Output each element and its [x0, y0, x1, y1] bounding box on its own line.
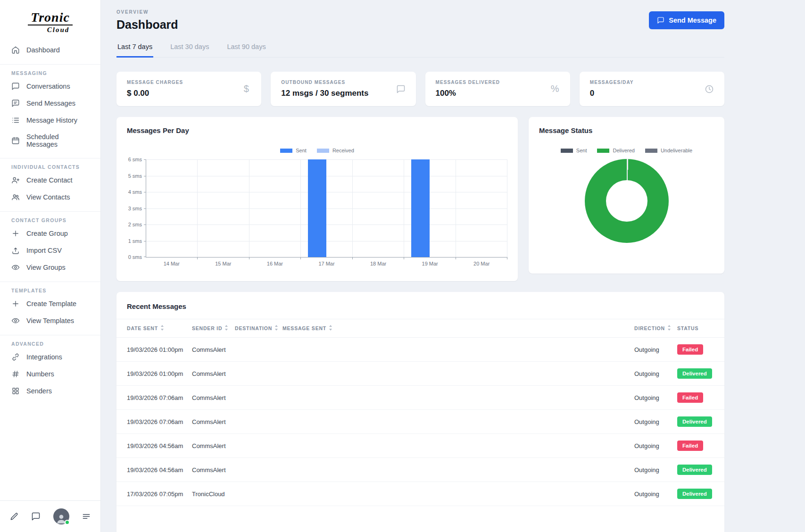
list-icon [11, 116, 20, 125]
sidebar-item-view-templates[interactable]: View Templates [0, 312, 100, 329]
x-tick-label: 15 Mar [215, 261, 231, 266]
date-range-tabs: Last 7 daysLast 30 daysLast 90 days [116, 43, 724, 58]
clock-icon [705, 84, 714, 94]
tab-last-30-days[interactable]: Last 30 days [169, 43, 210, 57]
sidebar-item-label: Create Group [26, 230, 68, 237]
column-header-label: DATE SENT [127, 325, 158, 331]
column-header-direction[interactable]: DIRECTION [634, 319, 677, 338]
bar-chart-title: Messages Per Day [127, 126, 507, 134]
recent-messages-card: Recent Messages DATE SENTSENDER IDDESTIN… [116, 292, 724, 532]
cell-date: 19/03/2026 01:00pm [116, 338, 192, 362]
eye-icon [11, 316, 20, 325]
grid-icon [11, 387, 20, 395]
message-status-card: Message Status SentDeliveredUndeliverabl… [529, 117, 724, 274]
brand-logo[interactable]: Tronic Cloud [0, 0, 100, 41]
legend-swatch [317, 149, 329, 153]
sidebar-item-send-messages[interactable]: Send Messages [0, 95, 100, 112]
table-body: 19/03/2026 01:00pmCommsAlertOutgoingFail… [116, 338, 724, 506]
stat-card-text: MESSAGE CHARGES$ 0.00 [127, 80, 183, 98]
sidebar-item-label: Integrations [26, 353, 62, 361]
legend-delivered: Delivered [597, 148, 634, 153]
sidebar-item-create-template[interactable]: Create Template [0, 295, 100, 312]
sidebar-item-create-contact[interactable]: Create Contact [0, 172, 100, 189]
cell-destination [235, 458, 282, 482]
pencil-icon[interactable] [9, 512, 19, 521]
sidebar-item-dashboard[interactable]: Dashboard [0, 42, 100, 58]
column-header-sender-id[interactable]: SENDER ID [192, 319, 235, 338]
x-tickmark [404, 257, 404, 259]
sidebar-item-scheduled-messages[interactable]: Scheduled Messages [0, 129, 100, 152]
sidebar-section-label-individual-contacts: INDIVIDUAL CONTACTS [0, 158, 100, 172]
calendar-icon [11, 136, 20, 145]
status-badge: Delivered [677, 368, 712, 379]
tab-last-90-days[interactable]: Last 90 days [226, 43, 266, 57]
cell-message [282, 362, 634, 386]
table-header-row: DATE SENTSENDER IDDESTINATIONMESSAGE SEN… [116, 319, 724, 338]
cell-message [282, 410, 634, 434]
stat-card-message-charges: MESSAGE CHARGES$ 0.00$ [116, 72, 261, 106]
sidebar-item-view-groups[interactable]: View Groups [0, 259, 100, 276]
cell-direction: Outgoing [634, 338, 677, 362]
sidebar-item-integrations[interactable]: Integrations [0, 349, 100, 366]
home-icon [11, 46, 20, 54]
hash-icon [11, 370, 20, 378]
gridline-h [146, 208, 507, 209]
cell-date: 19/03/2026 07:06am [116, 410, 192, 434]
recent-messages-table: DATE SENTSENDER IDDESTINATIONMESSAGE SEN… [116, 319, 724, 506]
legend-swatch [561, 149, 573, 153]
gridline-v [300, 160, 301, 257]
stat-card-text: OUTBOUND MESSAGES12 msgs / 30 segments [281, 80, 368, 98]
cell-direction: Outgoing [634, 362, 677, 386]
sidebar-item-import-csv[interactable]: Import CSV [0, 242, 100, 259]
column-header-inner: DIRECTION [634, 325, 671, 332]
donut-chart-wrap [539, 159, 714, 243]
user-avatar[interactable] [53, 508, 69, 524]
chat-bubble-icon[interactable] [31, 512, 41, 521]
gridline-h [146, 224, 507, 225]
legend-swatch [645, 149, 657, 153]
plus-icon [11, 229, 20, 238]
column-header-label: MESSAGE SENT [282, 325, 326, 331]
gridline-v [197, 160, 198, 257]
sidebar-item-message-history[interactable]: Message History [0, 112, 100, 129]
y-tick-label: 0 sms [128, 254, 142, 260]
column-header-status: STATUS [677, 319, 724, 338]
x-tick-label: 18 Mar [370, 261, 386, 266]
x-tick-label: 14 Mar [164, 261, 180, 266]
sidebar-item-create-group[interactable]: Create Group [0, 225, 100, 242]
stat-label: OUTBOUND MESSAGES [281, 80, 368, 85]
sidebar-item-senders[interactable]: Senders [0, 382, 100, 399]
page-title: Dashboard [116, 18, 178, 32]
stat-card-text: MESSAGES DELIVERED100% [436, 80, 500, 98]
sort-icon [667, 325, 671, 332]
table-row: 17/03/2026 07:05pmTronicCloudOutgoingDel… [116, 482, 724, 506]
cell-destination [235, 434, 282, 458]
menu-icon[interactable] [82, 512, 91, 521]
column-header-date-sent[interactable]: DATE SENT [116, 319, 192, 338]
cell-date: 19/03/2026 04:56am [116, 458, 192, 482]
stat-label: MESSAGE CHARGES [127, 80, 183, 85]
sidebar-section-label-advanced: ADVANCED [0, 335, 100, 349]
cell-message [282, 386, 634, 410]
sidebar-footer [0, 500, 100, 532]
column-header-message-sent[interactable]: MESSAGE SENT [282, 319, 634, 338]
sidebar-item-label: Create Template [26, 300, 76, 308]
link-icon [11, 353, 20, 361]
cell-direction: Outgoing [634, 458, 677, 482]
sidebar-item-conversations[interactable]: Conversations [0, 78, 100, 95]
legend-received: Received [317, 148, 354, 153]
x-tick-label: 19 Mar [422, 261, 438, 266]
column-header-destination[interactable]: DESTINATION [235, 319, 282, 338]
percent-icon: % [550, 84, 560, 94]
chat-bubble-icon [11, 82, 20, 91]
stat-card-outbound-messages: OUTBOUND MESSAGES12 msgs / 30 segments [271, 72, 415, 106]
tab-last-7-days[interactable]: Last 7 days [116, 43, 153, 57]
sort-icon [224, 325, 228, 332]
column-header-label: DESTINATION [235, 325, 272, 331]
send-message-button[interactable]: Send Message [649, 11, 724, 29]
gridline-h [146, 192, 507, 192]
y-tickmark [144, 192, 146, 192]
sidebar-item-numbers[interactable]: Numbers [0, 366, 100, 382]
column-header-inner: MESSAGE SENT [282, 325, 332, 332]
sidebar-item-view-contacts[interactable]: View Contacts [0, 189, 100, 206]
